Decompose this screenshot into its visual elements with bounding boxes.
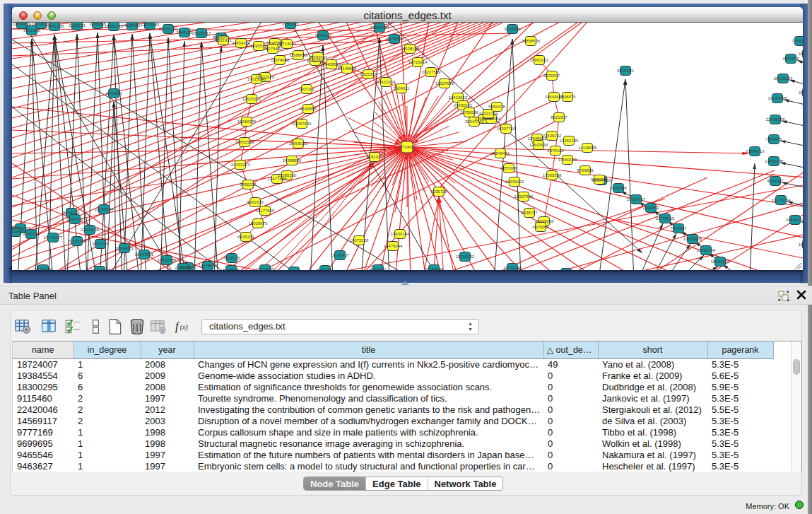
svg-text:7064171: 7064171 [792, 39, 803, 43]
svg-text:3703859: 3703859 [577, 168, 594, 173]
svg-text:18841570: 18841570 [711, 259, 730, 264]
svg-text:10057659: 10057659 [293, 122, 312, 126]
svg-text:2983419: 2983419 [23, 232, 40, 236]
svg-text:11350932: 11350932 [456, 255, 475, 259]
svg-text:1757086: 1757086 [500, 166, 517, 170]
svg-text:2258145: 2258145 [282, 23, 299, 26]
svg-text:6582326: 6582326 [591, 177, 608, 182]
svg-text:17565588: 17565588 [543, 173, 562, 177]
svg-text:18026717: 18026717 [192, 31, 211, 35]
svg-text:2999883: 2999883 [642, 206, 659, 210]
svg-text:4158480: 4158480 [124, 23, 141, 28]
svg-text:17613348: 17613348 [247, 77, 266, 81]
svg-text:2946120: 2946120 [176, 30, 193, 35]
svg-text:20156684: 20156684 [425, 267, 444, 270]
svg-text:22053165: 22053165 [81, 228, 100, 232]
svg-text:4140560: 4140560 [300, 107, 317, 111]
svg-text:19678574: 19678574 [199, 264, 218, 268]
svg-text:19799114: 19799114 [503, 266, 522, 270]
svg-text:13132690: 13132690 [90, 269, 110, 270]
svg-text:5840397: 5840397 [317, 268, 334, 270]
svg-text:9075310: 9075310 [617, 69, 634, 73]
svg-text:12412612: 12412612 [449, 95, 468, 100]
svg-text:14310388: 14310388 [158, 258, 177, 262]
svg-text:17656906: 17656906 [683, 237, 702, 241]
svg-text:22438378: 22438378 [766, 117, 785, 122]
svg-text:16307710: 16307710 [497, 127, 516, 131]
svg-text:2620223: 2620223 [69, 23, 86, 28]
svg-text:5468605: 5468605 [223, 268, 240, 270]
svg-text:24330241: 24330241 [454, 103, 473, 107]
svg-text:21433273: 21433273 [231, 163, 250, 167]
svg-text:10661588: 10661588 [235, 140, 254, 144]
svg-text:22841736: 22841736 [45, 24, 64, 28]
svg-text:3035728: 3035728 [430, 189, 447, 194]
svg-text:22160294: 22160294 [95, 207, 114, 211]
svg-text:12750036: 12750036 [460, 110, 479, 115]
svg-text:16206344: 16206344 [34, 267, 53, 270]
svg-text:20648195: 20648195 [799, 90, 803, 95]
svg-text:(x): (x) [180, 323, 188, 332]
svg-text:11388699: 11388699 [289, 53, 308, 57]
svg-text:23285250: 23285250 [278, 173, 297, 177]
svg-text:5154104: 5154104 [63, 211, 80, 215]
svg-text:23830434: 23830434 [697, 248, 716, 252]
svg-text:13495588: 13495588 [765, 159, 784, 163]
svg-text:16491923: 16491923 [505, 180, 524, 184]
svg-text:20227559: 20227559 [422, 70, 441, 74]
svg-text:11527619: 11527619 [435, 81, 454, 86]
svg-text:10322734: 10322734 [479, 112, 498, 116]
svg-text:4457975: 4457975 [782, 57, 799, 61]
svg-text:8418275: 8418275 [223, 256, 240, 260]
svg-text:14351230: 14351230 [560, 139, 579, 143]
svg-text:3604511: 3604511 [394, 86, 411, 90]
svg-text:4929082: 4929082 [532, 225, 549, 229]
svg-text:8490656: 8490656 [66, 217, 83, 221]
svg-text:11541029: 11541029 [799, 52, 803, 56]
svg-text:24894472: 24894472 [786, 218, 803, 222]
svg-text:10717675: 10717675 [256, 267, 275, 270]
svg-text:20647509: 20647509 [135, 252, 154, 257]
svg-text:19973477: 19973477 [44, 235, 63, 240]
svg-text:18724007: 18724007 [398, 145, 417, 149]
svg-text:20392657: 20392657 [309, 55, 328, 59]
svg-text:15953222: 15953222 [530, 58, 549, 62]
svg-text:3307301: 3307301 [298, 87, 315, 91]
svg-text:7910827: 7910827 [670, 226, 687, 230]
svg-text:20166438: 20166438 [768, 96, 787, 100]
svg-text:6638767: 6638767 [521, 211, 538, 215]
svg-text:24454361: 24454361 [232, 41, 251, 45]
svg-text:14476944: 14476944 [384, 244, 403, 248]
svg-text:7303905: 7303905 [765, 137, 782, 141]
svg-text:15550734: 15550734 [370, 25, 389, 30]
svg-text:2563055: 2563055 [175, 266, 192, 270]
svg-text:4952451: 4952451 [370, 267, 387, 270]
svg-text:16060376: 16060376 [237, 119, 257, 124]
svg-text:21770515: 21770515 [656, 216, 675, 221]
svg-text:11866024: 11866024 [13, 23, 32, 26]
svg-text:6061658: 6061658 [23, 28, 40, 33]
svg-text:3181037: 3181037 [366, 155, 383, 159]
svg-text:12927396: 12927396 [514, 194, 534, 199]
svg-text:22714041: 22714041 [278, 42, 297, 46]
svg-text:23421603: 23421603 [377, 80, 396, 84]
svg-text:4269227: 4269227 [767, 179, 784, 183]
svg-text:19937057: 19937057 [627, 197, 646, 201]
svg-text:15149848: 15149848 [338, 66, 357, 71]
svg-text:4043823: 4043823 [105, 91, 122, 95]
svg-text:24388850: 24388850 [283, 158, 302, 163]
svg-text:10549441: 10549441 [491, 151, 510, 156]
svg-text:16072228: 16072228 [350, 238, 369, 243]
svg-text:20555120: 20555120 [159, 27, 178, 31]
svg-text:12643564: 12643564 [529, 143, 548, 147]
svg-text:19725914: 19725914 [408, 60, 428, 64]
svg-text:23884213: 23884213 [746, 149, 765, 153]
svg-text:20515263: 20515263 [774, 76, 793, 81]
svg-text:21499058: 21499058 [535, 219, 554, 223]
svg-text:3106848: 3106848 [610, 186, 627, 190]
svg-text:13270483: 13270483 [141, 23, 160, 27]
svg-text:16623006: 16623006 [799, 243, 803, 247]
svg-text:23858526: 23858526 [522, 39, 541, 43]
svg-text:4961630: 4961630 [247, 200, 264, 204]
svg-text:18177615: 18177615 [256, 209, 275, 213]
